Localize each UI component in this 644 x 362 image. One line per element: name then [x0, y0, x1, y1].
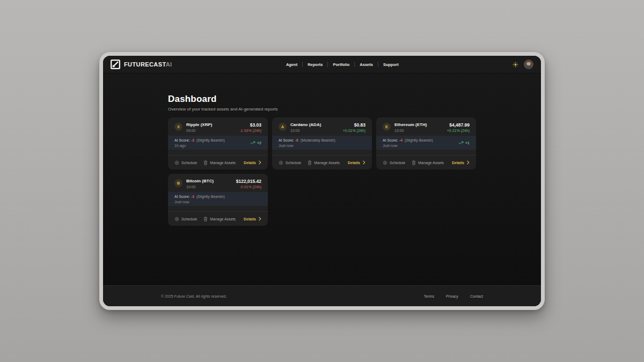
score-label: AI Score:	[174, 138, 190, 142]
ai-score-strip: AI Score: -4 (Slightly Bearish) Just now…	[376, 136, 476, 150]
asset-title-block: Cardano (ADA) 10:00	[290, 122, 321, 132]
details-button[interactable]: Details	[244, 217, 261, 221]
details-label: Details	[348, 161, 360, 165]
trash-icon	[308, 160, 312, 165]
nav-link[interactable]: Reports	[308, 62, 323, 67]
score-line: AI Score: -3 (Slightly Bearish)	[174, 194, 225, 199]
page-subtitle: Overview of your tracked assets and AI-g…	[168, 107, 476, 112]
details-button[interactable]: Details	[348, 160, 365, 165]
score-label: AI Score:	[174, 195, 190, 198]
price-change: +0.01% (24h)	[343, 129, 365, 132]
manage-assets-button[interactable]: Manage Assets	[412, 160, 444, 165]
footer-link[interactable]: Terms	[424, 294, 434, 298]
details-label: Details	[244, 217, 256, 221]
chevron-right-icon	[259, 160, 261, 165]
asset-price: $3.03	[240, 122, 261, 128]
asset-name: Ripple (XRP)	[186, 122, 212, 128]
card-header: E Ethereum (ETH) 10:00 $4,487.99 +0.21% …	[376, 117, 476, 136]
score-block: AI Score: -3 (Slightly Bearish) Just now	[174, 194, 225, 204]
asset-card: B Bitcoin (BTC) 10:00 $122,015.42 -0.01%…	[168, 174, 268, 226]
trend-up-icon	[458, 141, 464, 145]
nav-divider	[378, 62, 378, 67]
asset-letter-icon: B	[174, 179, 182, 187]
ai-score-strip: AI Score: -6 (Moderately Bearish) Just n…	[272, 136, 372, 150]
score-sentiment: (Slightly Bearish)	[196, 138, 225, 142]
trend-value: +2	[257, 141, 261, 145]
score-block: AI Score: -4 (Slightly Bearish) Just now	[383, 138, 433, 147]
card-header: A Cardano (ADA) 10:00 $0.83 +0.01% (24h)	[272, 117, 372, 136]
manage-assets-button[interactable]: Manage Assets	[308, 160, 340, 165]
card-header: X Ripple (XRP) 09:00 $3.03 -1.93% (24h)	[168, 117, 268, 136]
nav-link[interactable]: Support	[383, 62, 399, 67]
gear-icon	[383, 160, 387, 165]
asset-price: $0.83	[343, 122, 365, 128]
sun-icon	[513, 62, 518, 68]
score-sentiment: (Slightly Bearish)	[405, 138, 433, 142]
main-content: Dashboard Overview of your tracked asset…	[103, 73, 541, 285]
score-block: AI Score: -6 (Moderately Bearish) Just n…	[279, 138, 335, 147]
user-avatar[interactable]	[524, 60, 533, 69]
schedule-button[interactable]: Schedule	[279, 160, 301, 165]
manage-assets-button[interactable]: Manage Assets	[203, 160, 236, 165]
schedule-button[interactable]: Schedule	[174, 160, 197, 165]
details-label: Details	[452, 161, 464, 165]
schedule-label: Schedule	[181, 217, 197, 221]
asset-name: Cardano (ADA)	[290, 122, 321, 128]
asset-name: Bitcoin (BTC)	[186, 179, 214, 184]
asset-price: $4,487.99	[447, 122, 470, 128]
footer-link[interactable]: Contact	[470, 294, 483, 298]
footer-link[interactable]: Privacy	[446, 294, 458, 298]
brand-name-bold: FUTURECAST	[124, 61, 166, 68]
app-header: FUTURECASTAI AgentReportsPortfolioAssets…	[103, 56, 541, 73]
score-updated: Just now	[383, 144, 433, 147]
schedule-label: Schedule	[181, 161, 197, 165]
schedule-label: Schedule	[286, 161, 301, 165]
card-header: B Bitcoin (BTC) 10:00 $122,015.42 -0.01%…	[168, 174, 268, 192]
trend-indicator: +2	[250, 141, 261, 145]
price-change: -1.93% (24h)	[240, 129, 261, 132]
brand-name: FUTURECASTAI	[124, 61, 172, 68]
trend-indicator: +1	[458, 141, 470, 145]
asset-card: A Cardano (ADA) 10:00 $0.83 +0.01% (24h)…	[272, 117, 372, 169]
trash-icon	[412, 160, 416, 165]
trend-up-icon	[250, 141, 255, 145]
nav-divider	[302, 62, 303, 67]
chevron-right-icon	[363, 160, 365, 165]
nav-link[interactable]: Assets	[360, 62, 373, 67]
details-label: Details	[244, 161, 256, 165]
app-window: FUTURECASTAI AgentReportsPortfolioAssets…	[99, 52, 545, 310]
schedule-label: Schedule	[390, 161, 405, 165]
details-button[interactable]: Details	[244, 160, 261, 165]
asset-title-block: Bitcoin (BTC) 10:00	[186, 179, 214, 189]
chevron-right-icon	[467, 160, 470, 165]
score-updated: Just now	[174, 200, 225, 204]
asset-card: X Ripple (XRP) 09:00 $3.03 -1.93% (24h) …	[168, 117, 268, 169]
manage-assets-button[interactable]: Manage Assets	[203, 217, 236, 221]
details-button[interactable]: Details	[452, 160, 470, 165]
brand-name-suffix: AI	[166, 61, 172, 68]
futurecast-logo-icon	[111, 60, 120, 69]
asset-title-block: Ripple (XRP) 09:00	[186, 122, 212, 132]
score-line: AI Score: -3 (Slightly Bearish)	[174, 138, 225, 143]
asset-letter-icon: A	[279, 123, 287, 131]
schedule-button[interactable]: Schedule	[174, 217, 197, 221]
nav-link[interactable]: Portfolio	[333, 62, 349, 67]
card-actions: Schedule Manage Assets De	[272, 155, 372, 169]
asset-time: 10:00	[394, 129, 427, 132]
asset-card: E Ethereum (ETH) 10:00 $4,487.99 +0.21% …	[376, 117, 476, 169]
score-block: AI Score: -3 (Slightly Bearish) 1h ago	[174, 138, 225, 147]
nav-divider	[327, 62, 328, 67]
brand: FUTURECASTAI	[111, 60, 172, 69]
score-sentiment: (Moderately Bearish)	[301, 138, 335, 142]
price-block: $3.03 -1.93% (24h)	[240, 122, 261, 132]
asset-letter-icon: X	[174, 123, 182, 131]
score-value: -6	[295, 138, 298, 142]
nav-divider	[354, 62, 355, 67]
copyright-text: © 2025 Future Cast. All rights reserved.	[161, 294, 227, 298]
schedule-button[interactable]: Schedule	[383, 160, 405, 165]
footer-links: TermsPrivacyContact	[424, 294, 483, 298]
manage-assets-label: Manage Assets	[314, 161, 340, 165]
nav-link[interactable]: Agent	[286, 62, 297, 67]
theme-toggle-button[interactable]	[513, 62, 518, 68]
trash-icon	[203, 160, 208, 165]
